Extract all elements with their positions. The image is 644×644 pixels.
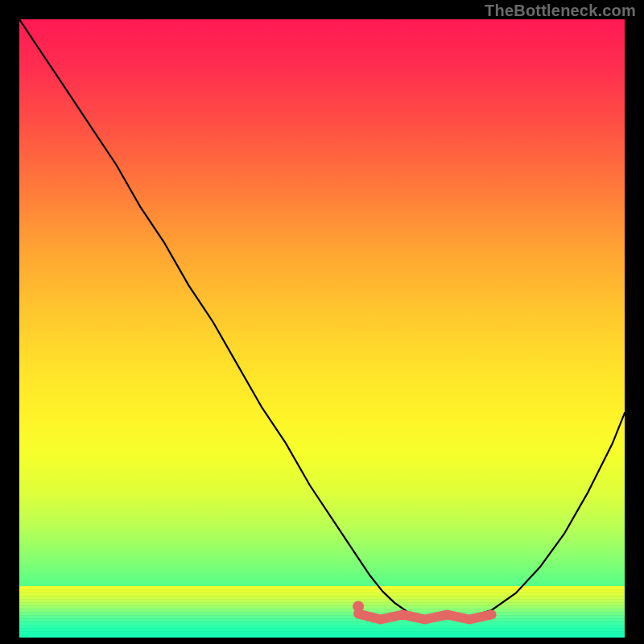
chart-frame: TheBottleneck.com bbox=[0, 0, 644, 644]
curve-layer bbox=[19, 19, 625, 625]
optimal-range-marker bbox=[358, 614, 491, 620]
bottleneck-curve bbox=[19, 19, 625, 619]
plot-area bbox=[19, 19, 625, 625]
watermark-text: TheBottleneck.com bbox=[485, 2, 636, 20]
marker-dot bbox=[353, 601, 364, 612]
